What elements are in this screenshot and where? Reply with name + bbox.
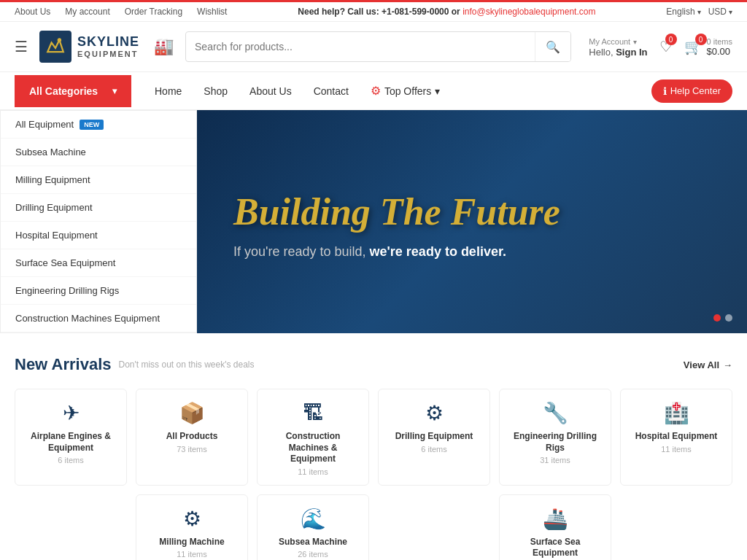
category-item-subsea[interactable]: Subsea Machine (1, 139, 196, 166)
card-title-engineering: Engineering Drilling Rigs (507, 431, 603, 454)
help-center-label: Help Center (670, 85, 721, 96)
products-icon: 📦 (144, 401, 240, 425)
nav-contact[interactable]: Contact (305, 75, 357, 107)
category-item-drilling[interactable]: Drilling Equipment (1, 194, 196, 222)
card-surface-sea[interactable]: 🚢 Surface Sea Equipment 7 items (499, 494, 611, 560)
surface-sea-icon: 🚢 (507, 507, 603, 531)
card-title-drilling: Drilling Equipment (386, 431, 482, 443)
banner-title: Building The Future (233, 191, 711, 233)
top-offers-label: Top Offers (384, 85, 431, 97)
wishlist-link[interactable]: Wishlist (197, 7, 227, 17)
top-bar-right: English USD (666, 7, 732, 17)
svg-point-1 (58, 38, 61, 42)
about-us-link[interactable]: About Us (15, 7, 50, 17)
banner-dot-1[interactable] (713, 314, 721, 322)
category-engineering-drilling-label: Engineering Drilling Rigs (15, 285, 119, 296)
phone-number: +1-081-599-0000 (382, 7, 449, 17)
top-bar: About Us My account Order Tracking Wishl… (0, 2, 747, 22)
category-cards-grid: ✈ Airplane Engines & Equipment 6 items 📦… (15, 389, 732, 486)
wishlist-badge: 0 (665, 34, 677, 45)
content-area: All Equipment NEW Subsea Machine Milling… (0, 110, 747, 333)
brand-sub: EQUIPMENT (77, 50, 139, 58)
card-airplane-engines[interactable]: ✈ Airplane Engines & Equipment 6 items (15, 389, 127, 486)
category-item-construction[interactable]: Construction Machines Equipment (1, 305, 196, 332)
category-all-equipment-label: All Equipment (15, 119, 74, 130)
category-dropdown: All Equipment NEW Subsea Machine Milling… (0, 110, 197, 333)
nav-top-offers[interactable]: ⚙ Top Offers ▾ (362, 74, 449, 108)
category-drilling-label: Drilling Equipment (15, 202, 93, 213)
category-item-engineering-drilling[interactable]: Engineering Drilling Rigs (1, 277, 196, 305)
email-link[interactable]: info@skylineglobalequipment.com (462, 7, 595, 17)
card-count-subsea: 26 items (265, 550, 361, 559)
sign-in-link[interactable]: Sign In (616, 47, 647, 58)
card-all-products[interactable]: 📦 All Products 73 items (136, 389, 248, 486)
category-item-milling[interactable]: Milling Equipment (1, 166, 196, 194)
category-surface-sea-label: Surface Sea Equipment (15, 257, 115, 268)
logo[interactable]: SKYLINE EQUIPMENT (39, 31, 139, 63)
cart-amount: $0.00 (707, 46, 731, 57)
new-arrivals-subtitle: Don't miss out on this week's deals (118, 359, 254, 370)
card-hospital[interactable]: 🏥 Hospital Equipment 11 items (620, 389, 732, 486)
card-count-construction: 11 items (265, 467, 361, 476)
milling-icon: ⚙ (144, 507, 240, 531)
banner-subtitle: If you're ready to build, we're ready to… (233, 244, 711, 260)
card-title-construction: Construction Machines & Equipment (265, 431, 361, 465)
category-item-hospital[interactable]: Hospital Equipment (1, 222, 196, 249)
card-engineering-drilling[interactable]: 🔧 Engineering Drilling Rigs 31 items (499, 389, 611, 486)
order-tracking-link[interactable]: Order Tracking (125, 7, 182, 17)
my-account-link[interactable]: My account (65, 7, 109, 17)
my-account-section[interactable]: My Account ▾ Hello, Sign In (589, 36, 647, 58)
card-title-all-products: All Products (144, 431, 240, 443)
hospital-icon: 🏥 (628, 401, 724, 425)
card-title-hospital: Hospital Equipment (628, 431, 724, 443)
top-offers-arrow: ▾ (435, 85, 440, 97)
or-text: or (452, 7, 462, 17)
cart-total: 0 items $0.00 (707, 37, 732, 57)
top-bar-links: About Us My account Order Tracking Wishl… (15, 7, 227, 17)
banner-dot-2[interactable] (725, 314, 732, 322)
card-title-milling: Milling Machine (144, 537, 240, 548)
cart-items-label: 0 items (707, 37, 732, 46)
cart-button[interactable]: 🛒 0 0 items $0.00 (684, 37, 732, 57)
category-item-surface-sea[interactable]: Surface Sea Equipment (1, 249, 196, 277)
card-milling[interactable]: ⚙ Milling Machine 11 items (136, 494, 248, 560)
card-subsea[interactable]: 🌊 Subsea Machine 26 items (257, 494, 369, 560)
help-center-button[interactable]: ℹ Help Center (651, 79, 732, 103)
nav-home[interactable]: Home (146, 75, 190, 107)
engineering-icon: 🔧 (507, 401, 603, 425)
search-input[interactable] (186, 41, 535, 52)
header: ☰ SKYLINE EQUIPMENT 🏭 🔍 My Account ▾ Hel… (0, 22, 747, 72)
nav-bar: All Categories ▾ Home Shop About Us Cont… (0, 72, 747, 110)
new-badge: NEW (80, 120, 104, 130)
banner-title-text: Building The Future (233, 191, 560, 233)
hamburger-menu[interactable]: ☰ (15, 38, 28, 55)
top-offers-icon: ⚙ (371, 84, 381, 98)
all-categories-button[interactable]: All Categories ▾ (15, 75, 131, 107)
help-text: Need help? Call us: (298, 7, 379, 17)
card-title-airplane: Airplane Engines & Equipment (23, 431, 119, 454)
logo-text: SKYLINE EQUIPMENT (77, 35, 139, 58)
card-count-hospital: 11 items (628, 445, 724, 454)
warehouse-icon[interactable]: 🏭 (154, 37, 174, 56)
nav-about[interactable]: About Us (241, 75, 301, 107)
wishlist-button[interactable]: ♡ 0 (659, 38, 673, 55)
category-cards-row2: ⚙ Milling Machine 11 items 🌊 Subsea Mach… (15, 494, 732, 560)
hello-label: Hello, (589, 47, 613, 58)
search-button[interactable]: 🔍 (535, 31, 570, 62)
main-nav: Home Shop About Us Contact ⚙ Top Offers … (131, 74, 651, 108)
view-all-button[interactable]: View All → (684, 359, 732, 370)
header-actions: My Account ▾ Hello, Sign In ♡ 0 🛒 0 0 it… (589, 36, 732, 58)
card-count-drilling: 6 items (386, 445, 482, 454)
card-drilling[interactable]: ⚙ Drilling Equipment 6 items (378, 389, 490, 486)
section-header: New Arrivals Don't miss out on this week… (15, 355, 732, 374)
banner-subtitle-bold: we're ready to deliver. (370, 244, 506, 259)
new-arrivals-section: New Arrivals Don't miss out on this week… (0, 333, 747, 560)
currency-selector[interactable]: USD (708, 7, 732, 17)
search-bar: 🔍 (185, 31, 571, 62)
card-title-surface-sea: Surface Sea Equipment (507, 537, 603, 559)
language-selector[interactable]: English (666, 7, 700, 17)
card-construction[interactable]: 🏗 Construction Machines & Equipment 11 i… (257, 389, 369, 486)
banner-content: Building The Future If you're ready to b… (197, 110, 747, 333)
nav-shop[interactable]: Shop (195, 75, 236, 107)
category-item-all-equipment[interactable]: All Equipment NEW (1, 111, 196, 139)
